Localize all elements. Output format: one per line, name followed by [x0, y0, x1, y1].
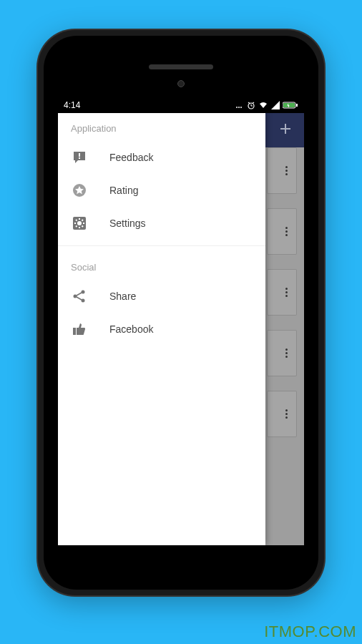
- more-icon[interactable]: [285, 409, 288, 419]
- wifi-icon: [258, 101, 268, 109]
- drawer-item-rating[interactable]: Rating: [58, 174, 265, 207]
- list-item[interactable]: [267, 147, 297, 194]
- svg-line-25: [82, 220, 84, 221]
- svg-line-7: [253, 102, 254, 104]
- navigation-drawer: Application Feedback Rating: [58, 113, 265, 545]
- phone-screen: 4:14: [58, 97, 304, 545]
- drawer-section-title: Application: [58, 113, 265, 141]
- more-icon[interactable]: [285, 166, 288, 175]
- status-icons: [235, 101, 298, 109]
- battery-icon: [283, 101, 298, 109]
- phone-inner: 4:14: [44, 36, 318, 590]
- svg-line-24: [76, 226, 77, 228]
- svg-point-2: [240, 107, 242, 108]
- svg-rect-10: [296, 104, 298, 107]
- svg-line-23: [82, 226, 84, 228]
- list-item[interactable]: [267, 391, 297, 437]
- thumbs-up-icon: [71, 321, 88, 338]
- drawer-item-share[interactable]: Share: [58, 280, 265, 313]
- settings-icon: [71, 215, 88, 232]
- more-icon[interactable]: [285, 227, 288, 236]
- drawer-divider: [58, 245, 265, 246]
- svg-rect-13: [79, 153, 80, 157]
- svg-rect-14: [79, 157, 80, 159]
- svg-line-29: [77, 293, 82, 296]
- svg-line-6: [248, 102, 250, 104]
- add-icon[interactable]: [278, 122, 293, 139]
- status-bar: 4:14: [58, 97, 304, 113]
- status-time: 4:14: [64, 100, 80, 110]
- drawer-item-label: Settings: [109, 218, 146, 229]
- card-list: [267, 147, 297, 452]
- svg-point-1: [238, 107, 240, 108]
- drawer-item-label: Feedback: [109, 152, 153, 163]
- drawer-section-title: Social: [58, 252, 265, 280]
- svg-point-17: [77, 221, 82, 225]
- svg-rect-31: [73, 328, 76, 335]
- status-dots-icon: [235, 102, 244, 109]
- list-item[interactable]: [267, 208, 297, 255]
- svg-line-22: [76, 220, 77, 221]
- svg-line-30: [77, 297, 82, 300]
- watermark: ITMOP.COM: [264, 623, 356, 641]
- phone-frame: 4:14: [38, 30, 324, 595]
- svg-point-26: [82, 291, 85, 294]
- svg-point-27: [74, 295, 77, 298]
- more-icon[interactable]: [285, 348, 288, 358]
- drawer-item-label: Rating: [109, 185, 138, 196]
- list-item[interactable]: [267, 269, 297, 316]
- alarm-icon: [247, 101, 255, 109]
- drawer-item-label: Share: [109, 291, 136, 302]
- svg-point-28: [82, 299, 85, 303]
- more-icon[interactable]: [285, 288, 288, 297]
- phone-camera: [177, 80, 185, 87]
- drawer-item-label: Facebook: [109, 323, 153, 335]
- share-icon: [71, 288, 88, 305]
- drawer-item-facebook[interactable]: Facebook: [58, 313, 265, 346]
- phone-speaker: [149, 64, 213, 69]
- drawer-item-feedback[interactable]: Feedback: [58, 141, 265, 174]
- signal-icon: [271, 101, 280, 109]
- svg-point-0: [236, 107, 238, 108]
- star-icon: [71, 182, 88, 199]
- feedback-icon: [71, 149, 88, 166]
- drawer-item-settings[interactable]: Settings: [58, 207, 265, 240]
- list-item[interactable]: [267, 330, 297, 376]
